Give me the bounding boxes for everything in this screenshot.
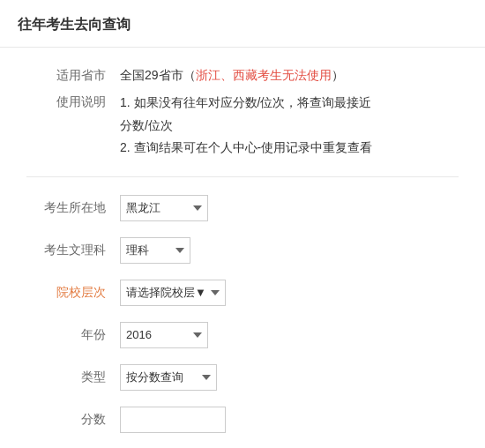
subject-row: 考生文理科 理科 文科 <box>26 237 459 264</box>
score-row: 分数 <box>26 407 459 433</box>
province-label: 适用省市 <box>53 65 106 85</box>
province-text: 全国29省市（ <box>120 68 196 82</box>
usage-notes: 1. 如果没有往年对应分数/位次，将查询最接近 分数/位次 2. 查询结果可在个… <box>120 92 372 159</box>
year-row: 年份 2016 2015 2014 2013 <box>26 322 459 348</box>
year-label: 年份 <box>26 327 106 343</box>
school-level-select[interactable]: 请选择院校层▼ 本科一批 本科二批 高职专科 <box>120 280 226 306</box>
type-row: 类型 按分数查询 按位次查询 <box>26 364 459 391</box>
year-select[interactable]: 2016 2015 2014 2013 <box>120 322 208 348</box>
score-input[interactable] <box>120 407 226 433</box>
school-level-row: 院校层次 请选择院校层▼ 本科一批 本科二批 高职专科 <box>26 280 459 306</box>
note1b: 分数/位次 <box>120 115 372 137</box>
subject-select[interactable]: 理科 文科 <box>120 237 190 264</box>
type-label: 类型 <box>26 370 106 385</box>
note1: 1. 如果没有往年对应分数/位次，将查询最接近 <box>120 92 372 114</box>
location-select[interactable]: 黑龙江 北京 上海 天津 重庆 <box>120 195 208 221</box>
type-select[interactable]: 按分数查询 按位次查询 <box>120 364 217 391</box>
score-label: 分数 <box>26 412 106 428</box>
school-level-label: 院校层次 <box>26 285 106 301</box>
province-suffix: ） <box>332 68 344 82</box>
location-label: 考生所在地 <box>26 200 106 216</box>
page-title: 往年考生去向查询 <box>0 0 485 48</box>
province-value: 全国29省市（浙江、西藏考生无法使用） <box>120 65 344 85</box>
location-row: 考生所在地 黑龙江 北京 上海 天津 重庆 <box>26 195 459 221</box>
note2: 2. 查询结果可在个人中心-使用记录中重复查看 <box>120 137 372 159</box>
province-highlight: 浙江、西藏考生无法使用 <box>196 68 332 82</box>
usage-label: 使用说明 <box>53 92 106 159</box>
subject-label: 考生文理科 <box>26 243 106 258</box>
